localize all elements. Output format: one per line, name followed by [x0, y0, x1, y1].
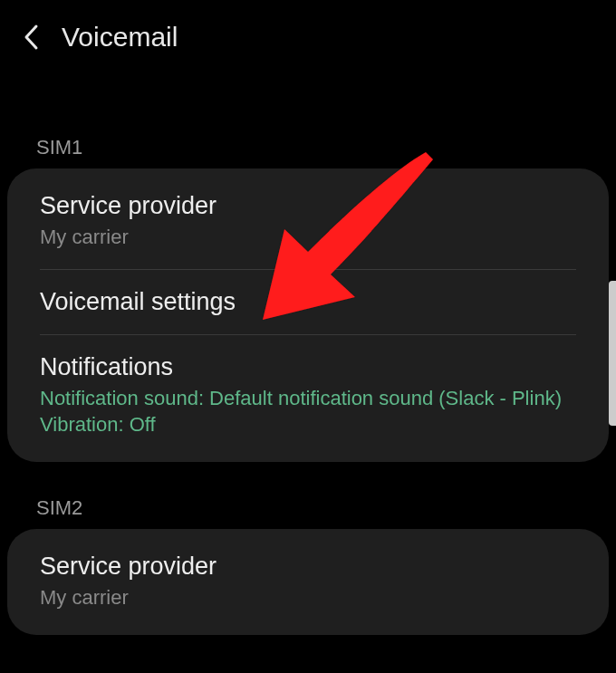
service-provider-item-sim2[interactable]: Service provider My carrier: [7, 534, 609, 630]
service-provider-title: Service provider: [40, 192, 576, 220]
sim1-card: Service provider My carrier Voicemail se…: [7, 168, 609, 462]
voicemail-settings-title: Voicemail settings: [40, 288, 576, 316]
page-title: Voicemail: [62, 22, 178, 53]
back-icon[interactable]: [18, 24, 43, 50]
service-provider-title-sim2: Service provider: [40, 553, 576, 581]
scrollbar[interactable]: [609, 281, 616, 426]
notifications-vibration: Vibration: Off: [40, 411, 576, 438]
service-provider-subtitle: My carrier: [40, 224, 576, 251]
notifications-sound: Notification sound: Default notification…: [40, 385, 576, 412]
service-provider-subtitle-sim2: My carrier: [40, 584, 576, 611]
notifications-title: Notifications: [40, 353, 576, 381]
service-provider-item[interactable]: Service provider My carrier: [7, 174, 609, 269]
notifications-item[interactable]: Notifications Notification sound: Defaul…: [7, 335, 609, 457]
sim1-label: SIM1: [0, 120, 616, 168]
header: Voicemail: [0, 0, 616, 74]
sim2-label: SIM2: [0, 480, 616, 529]
sim2-card: Service provider My carrier: [7, 529, 609, 635]
voicemail-settings-item[interactable]: Voicemail settings: [7, 270, 609, 334]
